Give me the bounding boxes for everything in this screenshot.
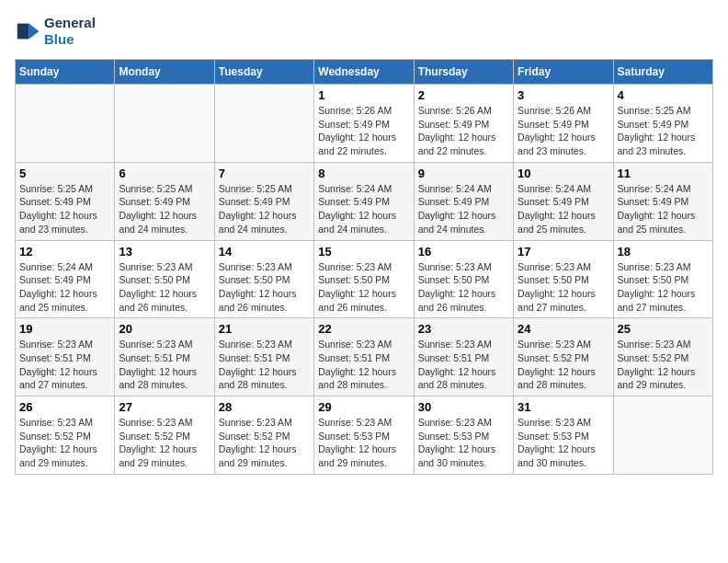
day-info: Sunrise: 5:24 AM Sunset: 5:49 PM Dayligh… [418,182,509,236]
calendar-week-row: 26Sunrise: 5:23 AM Sunset: 5:52 PM Dayli… [16,396,713,475]
calendar-header-monday: Monday [115,60,214,85]
day-info: Sunrise: 5:23 AM Sunset: 5:50 PM Dayligh… [119,260,210,315]
calendar-week-row: 19Sunrise: 5:23 AM Sunset: 5:51 PM Dayli… [16,318,713,396]
day-info: Sunrise: 5:23 AM Sunset: 5:52 PM Dayligh… [618,338,709,392]
day-number: 24 [518,322,609,336]
day-number: 26 [19,400,110,414]
calendar-cell: 19Sunrise: 5:23 AM Sunset: 5:51 PM Dayli… [16,318,115,396]
logo: General Blue [15,15,96,48]
day-info: Sunrise: 5:23 AM Sunset: 5:51 PM Dayligh… [219,338,310,392]
calendar-cell: 27Sunrise: 5:23 AM Sunset: 5:52 PM Dayli… [115,396,214,475]
calendar-cell: 29Sunrise: 5:23 AM Sunset: 5:53 PM Dayli… [314,396,414,475]
day-info: Sunrise: 5:25 AM Sunset: 5:49 PM Dayligh… [119,182,210,236]
calendar-week-row: 1Sunrise: 5:26 AM Sunset: 5:49 PM Daylig… [16,85,713,163]
day-info: Sunrise: 5:23 AM Sunset: 5:50 PM Dayligh… [518,260,609,315]
calendar-cell: 12Sunrise: 5:24 AM Sunset: 5:49 PM Dayli… [16,240,115,318]
day-info: Sunrise: 5:24 AM Sunset: 5:49 PM Dayligh… [518,182,609,236]
day-number: 6 [119,167,210,180]
calendar-cell: 4Sunrise: 5:25 AM Sunset: 5:49 PM Daylig… [613,85,712,163]
day-number: 28 [219,400,310,414]
calendar-cell: 1Sunrise: 5:26 AM Sunset: 5:49 PM Daylig… [314,85,414,163]
calendar-cell: 2Sunrise: 5:26 AM Sunset: 5:49 PM Daylig… [414,85,513,163]
calendar-cell: 9Sunrise: 5:24 AM Sunset: 5:49 PM Daylig… [414,162,513,240]
day-info: Sunrise: 5:26 AM Sunset: 5:49 PM Dayligh… [518,104,609,158]
logo-icon [15,18,40,44]
calendar-cell: 31Sunrise: 5:23 AM Sunset: 5:53 PM Dayli… [514,396,613,475]
day-number: 19 [19,322,110,336]
day-info: Sunrise: 5:23 AM Sunset: 5:50 PM Dayligh… [618,260,709,315]
day-number: 8 [318,167,409,180]
day-info: Sunrise: 5:25 AM Sunset: 5:49 PM Dayligh… [219,182,310,236]
day-info: Sunrise: 5:24 AM Sunset: 5:49 PM Dayligh… [318,182,409,236]
calendar-cell: 15Sunrise: 5:23 AM Sunset: 5:50 PM Dayli… [314,240,414,318]
day-info: Sunrise: 5:23 AM Sunset: 5:51 PM Dayligh… [318,338,409,392]
day-number: 21 [219,322,310,336]
calendar-cell: 23Sunrise: 5:23 AM Sunset: 5:51 PM Dayli… [414,318,513,396]
day-number: 20 [119,322,210,336]
calendar-header-sunday: Sunday [16,60,115,85]
calendar-cell: 26Sunrise: 5:23 AM Sunset: 5:52 PM Dayli… [16,396,115,475]
day-number: 1 [318,88,409,102]
calendar-header-row: SundayMondayTuesdayWednesdayThursdayFrid… [16,60,713,85]
day-number: 13 [119,245,210,259]
svg-marker-0 [28,24,39,40]
logo-line1: General [44,15,96,31]
day-info: Sunrise: 5:25 AM Sunset: 5:49 PM Dayligh… [618,104,709,158]
calendar-week-row: 12Sunrise: 5:24 AM Sunset: 5:49 PM Dayli… [16,240,713,318]
day-info: Sunrise: 5:23 AM Sunset: 5:53 PM Dayligh… [418,416,509,470]
day-number: 25 [618,322,709,336]
calendar-cell: 10Sunrise: 5:24 AM Sunset: 5:49 PM Dayli… [514,162,613,240]
calendar-cell: 3Sunrise: 5:26 AM Sunset: 5:49 PM Daylig… [514,85,613,163]
calendar-cell: 7Sunrise: 5:25 AM Sunset: 5:49 PM Daylig… [214,162,313,240]
header: General Blue [15,15,713,48]
day-number: 22 [318,322,409,336]
calendar-cell [16,85,115,163]
calendar-cell [613,396,712,475]
calendar-cell: 13Sunrise: 5:23 AM Sunset: 5:50 PM Dayli… [115,240,214,318]
day-info: Sunrise: 5:23 AM Sunset: 5:53 PM Dayligh… [518,416,609,470]
calendar-header-friday: Friday [514,60,613,85]
calendar-cell: 20Sunrise: 5:23 AM Sunset: 5:51 PM Dayli… [115,318,214,396]
calendar-cell: 30Sunrise: 5:23 AM Sunset: 5:53 PM Dayli… [414,396,513,475]
calendar-cell: 14Sunrise: 5:23 AM Sunset: 5:50 PM Dayli… [214,240,313,318]
day-number: 7 [219,167,310,180]
day-info: Sunrise: 5:23 AM Sunset: 5:51 PM Dayligh… [19,338,110,392]
calendar-cell: 8Sunrise: 5:24 AM Sunset: 5:49 PM Daylig… [314,162,414,240]
day-number: 15 [318,245,409,259]
calendar-cell: 18Sunrise: 5:23 AM Sunset: 5:50 PM Dayli… [613,240,712,318]
day-info: Sunrise: 5:23 AM Sunset: 5:51 PM Dayligh… [418,338,509,392]
day-info: Sunrise: 5:23 AM Sunset: 5:52 PM Dayligh… [518,338,609,392]
day-info: Sunrise: 5:23 AM Sunset: 5:51 PM Dayligh… [119,338,210,392]
day-info: Sunrise: 5:26 AM Sunset: 5:49 PM Dayligh… [418,104,509,158]
day-number: 11 [618,167,709,180]
calendar-cell: 22Sunrise: 5:23 AM Sunset: 5:51 PM Dayli… [314,318,414,396]
day-number: 18 [618,245,709,259]
calendar-header-wednesday: Wednesday [314,60,414,85]
calendar-cell: 24Sunrise: 5:23 AM Sunset: 5:52 PM Dayli… [514,318,613,396]
calendar-cell [214,85,313,163]
day-number: 14 [219,245,310,259]
day-number: 17 [518,245,609,259]
day-info: Sunrise: 5:26 AM Sunset: 5:49 PM Dayligh… [318,104,409,158]
calendar-cell [115,85,214,163]
calendar-cell: 16Sunrise: 5:23 AM Sunset: 5:50 PM Dayli… [414,240,513,318]
calendar-cell: 28Sunrise: 5:23 AM Sunset: 5:52 PM Dayli… [214,396,313,475]
svg-rect-1 [17,24,29,40]
day-number: 29 [318,400,409,414]
day-info: Sunrise: 5:23 AM Sunset: 5:50 PM Dayligh… [318,260,409,315]
day-number: 10 [518,167,609,180]
day-number: 9 [418,167,509,180]
calendar-header-thursday: Thursday [414,60,513,85]
day-info: Sunrise: 5:23 AM Sunset: 5:53 PM Dayligh… [318,416,409,470]
day-info: Sunrise: 5:24 AM Sunset: 5:49 PM Dayligh… [19,260,110,315]
day-number: 12 [19,245,110,259]
day-info: Sunrise: 5:23 AM Sunset: 5:52 PM Dayligh… [19,416,110,470]
day-number: 23 [418,322,509,336]
day-info: Sunrise: 5:23 AM Sunset: 5:50 PM Dayligh… [219,260,310,315]
calendar-header-tuesday: Tuesday [214,60,313,85]
day-number: 31 [518,400,609,414]
day-number: 4 [618,88,709,102]
day-info: Sunrise: 5:25 AM Sunset: 5:49 PM Dayligh… [19,182,110,236]
day-info: Sunrise: 5:23 AM Sunset: 5:50 PM Dayligh… [418,260,509,315]
calendar-cell: 21Sunrise: 5:23 AM Sunset: 5:51 PM Dayli… [214,318,313,396]
